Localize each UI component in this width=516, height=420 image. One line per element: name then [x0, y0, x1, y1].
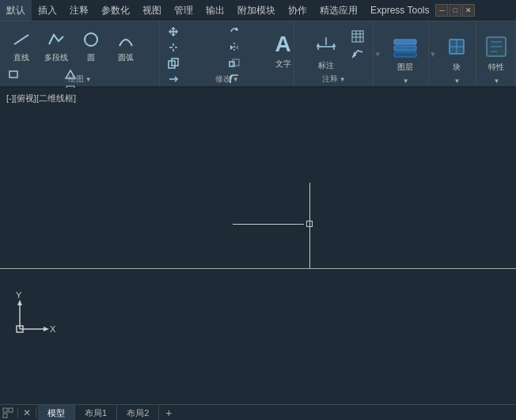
tab-model[interactable]: 模型 — [38, 405, 75, 420]
ribbon-group-draw: 直线 多段线 圆 — [0, 21, 160, 86]
svg-marker-54 — [17, 300, 22, 305]
menu-item-annotate[interactable]: 注释 — [63, 0, 95, 21]
menu-item-express[interactable]: Express Tools — [364, 0, 435, 21]
tab-separator2 — [36, 407, 36, 418]
svg-point-1 — [85, 33, 97, 46]
svg-marker-18 — [235, 45, 238, 50]
svg-rect-61 — [9, 408, 13, 412]
draw-group-label[interactable]: 绘图 ▼ — [0, 74, 159, 85]
tab-layout2[interactable]: 布局2 — [117, 405, 159, 420]
ribbon-group-block: 块 ▼ — [437, 21, 476, 86]
leaders-icon — [351, 46, 364, 59]
restore-button[interactable]: □ — [449, 4, 461, 17]
tool-text[interactable]: A 文字 — [264, 26, 303, 75]
ribbon-group-annotate: A 文字 标注 — [294, 21, 374, 86]
annotate-group-label[interactable]: 注释 ▼ — [294, 74, 373, 85]
menu-item-default[interactable]: 默认 — [0, 0, 32, 21]
tool-block[interactable]: 块 — [437, 28, 476, 78]
ribbon: 直线 多段线 圆 — [0, 21, 516, 88]
separator2: ▼ — [429, 21, 437, 86]
ucs-icon: Y X — [8, 286, 63, 341]
circle-icon — [78, 27, 104, 52]
tool-arc[interactable]: 圆弧 — [109, 25, 142, 66]
block-icon — [443, 33, 470, 62]
properties-icon — [483, 33, 510, 62]
svg-rect-43 — [394, 40, 416, 44]
menu-item-view[interactable]: 视图 — [136, 0, 168, 21]
table-icon — [351, 30, 364, 43]
svg-rect-22 — [233, 59, 239, 66]
layers-icon-group — [391, 33, 419, 62]
tool-circle[interactable]: 圆 — [74, 25, 108, 66]
svg-rect-38 — [352, 31, 363, 42]
viewport[interactable]: [-][俯视][二维线框] Y X — [0, 88, 516, 404]
svg-rect-45 — [394, 52, 416, 57]
svg-rect-59 — [17, 326, 23, 332]
layers-group-label[interactable]: ▼ — [381, 78, 428, 85]
tool-properties[interactable]: 特性 — [476, 28, 516, 78]
crosshair-horizontal — [233, 224, 304, 225]
tool-polyline[interactable]: 多段线 — [40, 25, 73, 66]
tab-separator1 — [17, 407, 18, 418]
minimize-button[interactable]: ─ — [435, 4, 448, 17]
menu-item-output[interactable]: 输出 — [199, 0, 231, 21]
menu-item-parametric[interactable]: 参数化 — [95, 0, 136, 21]
menu-item-addons[interactable]: 附加模块 — [231, 0, 282, 21]
tab-layout1[interactable]: 布局1 — [75, 405, 117, 420]
properties-group-label[interactable]: ▼ — [476, 78, 515, 85]
line-icon — [9, 27, 34, 52]
menu-item-insert[interactable]: 插入 — [32, 0, 63, 21]
svg-text:X: X — [50, 324, 56, 334]
text-icon: A — [275, 32, 291, 57]
ribbon-content: 直线 多段线 圆 — [0, 21, 516, 86]
tool-copy[interactable] — [165, 56, 224, 70]
scale-icon — [228, 57, 241, 70]
tab-icon — [0, 407, 16, 418]
svg-marker-17 — [230, 45, 233, 50]
svg-rect-60 — [3, 408, 7, 412]
menu-item-collaborate[interactable]: 协作 — [282, 0, 313, 21]
tool-move[interactable] — [165, 25, 224, 39]
menu-bar: 默认 插入 注释 参数化 视图 管理 输出 附加模块 协作 精选应用 Expre… — [0, 0, 516, 21]
menu-item-featured[interactable]: 精选应用 — [313, 0, 364, 21]
menu-item-manage[interactable]: 管理 — [168, 0, 199, 21]
horizontal-axis — [0, 268, 516, 269]
tool-line[interactable]: 直线 — [5, 25, 38, 66]
copy-icon — [167, 57, 180, 70]
block-group-label[interactable]: ▼ — [437, 78, 476, 85]
trim-icon — [167, 41, 180, 54]
dimension-icon — [315, 31, 337, 59]
viewport-label: [-][俯视][二维线框] — [6, 93, 76, 104]
svg-rect-44 — [394, 46, 416, 51]
crosshair-box — [306, 221, 313, 227]
window-controls: ─ □ ✕ — [435, 4, 475, 17]
tab-pin-button[interactable]: ✕ — [20, 406, 34, 420]
close-button[interactable]: ✕ — [462, 4, 475, 17]
tab-add-button[interactable]: + — [159, 407, 178, 419]
ribbon-group-layers: 图层 ▼ — [381, 21, 429, 86]
rotate-icon — [228, 25, 241, 38]
svg-text:Y: Y — [16, 290, 22, 300]
svg-marker-57 — [44, 327, 49, 331]
ribbon-group-properties: 特性 ▼ — [476, 21, 516, 86]
tool-trim[interactable] — [165, 40, 224, 55]
tool-dimension[interactable]: 标注 — [306, 26, 346, 75]
tool-layers[interactable]: 图层 — [385, 28, 426, 78]
svg-rect-62 — [3, 414, 7, 418]
svg-line-0 — [14, 35, 28, 44]
move-icon — [167, 25, 180, 38]
arc-icon — [113, 27, 138, 52]
polyline-icon — [44, 27, 69, 52]
bottom-tabs: ✕ 模型 布局1 布局2 + — [0, 404, 516, 420]
mirror-icon — [228, 41, 241, 54]
main-area: [-][俯视][二维线框] Y X — [0, 88, 516, 404]
